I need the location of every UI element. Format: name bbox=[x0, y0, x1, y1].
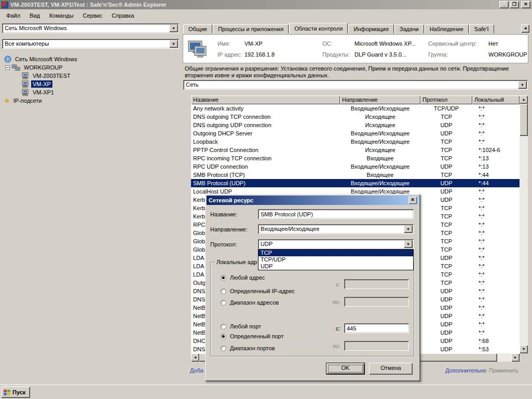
cell-direction: Входящее/Исходящее bbox=[340, 162, 420, 171]
close-button[interactable]: ✕ bbox=[521, 1, 530, 8]
dropdown-option-udp[interactable]: UDP bbox=[258, 263, 413, 270]
add-link[interactable]: Доба bbox=[190, 367, 203, 374]
cell-local: *:* bbox=[472, 137, 520, 146]
radio-button-icon[interactable] bbox=[221, 275, 226, 281]
minimize-button[interactable]: _ bbox=[499, 1, 509, 8]
dialog-direction-label: Направление: bbox=[210, 226, 248, 232]
dialog-direction-combo[interactable]: Входящее/Исходящее ▼ bbox=[258, 224, 414, 234]
scroll-down-icon[interactable]: ▼ bbox=[520, 345, 528, 353]
radio-button-icon[interactable] bbox=[221, 334, 226, 339]
table-row[interactable]: SMB Protocol (TCP) Входящее TCP *:44 bbox=[191, 171, 520, 179]
radio-button-icon[interactable] bbox=[221, 346, 226, 351]
menu-file[interactable]: Файл bbox=[2, 11, 24, 20]
radio-address-range[interactable]: Диапазон адресов bbox=[221, 299, 279, 306]
ok-button[interactable]: OK bbox=[326, 363, 365, 375]
cancel-button[interactable]: Отмена bbox=[369, 363, 413, 375]
protocol-dropdown-list: TCP TCP/UDP UDP bbox=[258, 249, 414, 270]
radio-button-icon[interactable] bbox=[221, 300, 226, 306]
tab-general[interactable]: Общие bbox=[183, 24, 212, 33]
chevron-down-icon[interactable]: ▼ bbox=[169, 24, 178, 32]
menu-help[interactable]: Справка bbox=[107, 11, 138, 20]
dropdown-option-tcp[interactable]: TCP bbox=[258, 250, 413, 256]
radio-label: Любой адрес bbox=[230, 274, 265, 281]
menu-bar: Файл Вид Команды Сервис Справка bbox=[0, 9, 532, 21]
table-row[interactable]: DNS outgoing UDP connection Исходящее UD… bbox=[191, 121, 520, 129]
radio-button-icon[interactable] bbox=[221, 324, 226, 329]
radio-port-range[interactable]: Диапазон портов bbox=[221, 345, 275, 351]
scope-category-combo[interactable]: Сеть ▼ bbox=[183, 80, 528, 90]
menu-commands[interactable]: Команды bbox=[45, 11, 78, 20]
port-from-input[interactable] bbox=[344, 323, 409, 333]
column-header-protocol[interactable]: Протокол bbox=[420, 95, 472, 104]
start-button[interactable]: Пуск bbox=[1, 387, 30, 398]
info-name-label: Имя: bbox=[217, 40, 230, 47]
radio-label: Определенный порт bbox=[230, 333, 283, 339]
tree-item-network-root[interactable]: Сеть Microsoft Windows bbox=[1, 55, 180, 63]
table-row[interactable]: PPTP Control Connection Исходящее TCP *:… bbox=[191, 146, 520, 154]
cell-direction: Входящее bbox=[340, 171, 420, 179]
cell-local: *:* bbox=[472, 295, 520, 304]
table-row[interactable]: SMB Protocol (UDP) Входящее/Исходящее UD… bbox=[191, 179, 520, 187]
cell-protocol: UDP bbox=[420, 345, 472, 353]
dialog-protocol-combo[interactable]: UDP ▼ bbox=[258, 239, 414, 249]
tab-control-areas[interactable]: Области контроля bbox=[289, 23, 348, 33]
dialog-close-icon[interactable]: ✕ bbox=[408, 197, 417, 204]
table-row[interactable]: Any network activity Входящее/Исходящее … bbox=[191, 104, 520, 113]
chevron-down-icon[interactable]: ▼ bbox=[404, 240, 413, 248]
dropdown-option-tcpudp[interactable]: TCP/UDP bbox=[258, 256, 413, 263]
chevron-down-icon[interactable]: ▼ bbox=[169, 40, 178, 48]
cell-local: *:* bbox=[472, 113, 520, 121]
cell-protocol: TCP bbox=[420, 237, 472, 245]
radio-specific-ip[interactable]: Определенный IP-адрес bbox=[221, 288, 295, 294]
table-row[interactable]: RPC incoming TCP connection Входящее TCP… bbox=[191, 154, 520, 162]
network-type-combo[interactable]: Сеть Microsoft Windows ▼ bbox=[2, 23, 179, 33]
tree-label: Сеть Microsoft Windows bbox=[13, 56, 79, 63]
computers-filter-combo[interactable]: Все компьютеры ▼ bbox=[2, 39, 179, 49]
vertical-scrollbar[interactable]: ▲ ▼ bbox=[520, 95, 528, 353]
menu-service[interactable]: Сервис bbox=[79, 11, 107, 20]
column-header-direction[interactable]: Направление bbox=[340, 95, 420, 104]
menu-view[interactable]: Вид bbox=[25, 11, 44, 20]
cell-protocol: UDP bbox=[420, 320, 472, 328]
scroll-up-icon[interactable]: ▲ bbox=[520, 95, 528, 104]
table-row[interactable]: Outgoing DHCP Server Входящее/Исходящее … bbox=[191, 129, 520, 137]
tree-item-vm-xp[interactable]: VM-XP bbox=[1, 80, 180, 88]
cell-local: *:* bbox=[472, 187, 520, 196]
tab-scroll-left-button[interactable]: ◄ bbox=[521, 24, 529, 33]
network-globe-icon bbox=[4, 56, 11, 63]
chevron-down-icon[interactable]: ▼ bbox=[518, 81, 527, 89]
vertical-scroll-thumb[interactable] bbox=[520, 104, 528, 136]
cell-protocol: UDP bbox=[420, 187, 472, 196]
tree-item-vm-xp1[interactable]: VM-XP1 bbox=[1, 88, 180, 97]
table-row[interactable]: DNS outgoing TCP connection Исходящее TC… bbox=[191, 113, 520, 121]
column-header-name[interactable]: Название bbox=[191, 95, 340, 104]
tree-item-ip-subnets[interactable]: ★ IP-подсети bbox=[1, 97, 180, 105]
tree-item-workgroup[interactable]: WORKGROUP bbox=[1, 63, 180, 72]
tab-processes[interactable]: Процессы и приложения bbox=[213, 24, 289, 33]
address-to-label: по: bbox=[333, 299, 340, 305]
tree-item-vm-2003test[interactable]: VM-2003TEST bbox=[1, 72, 180, 80]
tab-safensec[interactable]: Safe'I bbox=[469, 24, 494, 33]
chevron-down-icon[interactable]: ▼ bbox=[404, 225, 413, 233]
apply-link[interactable]: Применить bbox=[489, 367, 519, 374]
table-row[interactable]: Loopback Входящее/Исходящее TCP *:* bbox=[191, 137, 520, 146]
column-header-local[interactable]: Локальный bbox=[472, 95, 520, 104]
cell-local: *:* bbox=[472, 279, 520, 287]
radio-button-icon[interactable] bbox=[221, 288, 226, 294]
dialog-name-input[interactable] bbox=[258, 209, 414, 219]
table-row[interactable]: RPC UDP connection Входящее/Исходящее UD… bbox=[191, 162, 520, 171]
tab-monitoring[interactable]: Наблюдение bbox=[425, 24, 469, 33]
scroll-right-icon[interactable]: ► bbox=[511, 353, 520, 362]
radio-any-port[interactable]: Любой порт bbox=[221, 323, 261, 329]
radio-specific-port[interactable]: Определенный порт bbox=[221, 333, 283, 339]
cell-protocol: UDP bbox=[420, 121, 472, 129]
cell-protocol: TCP bbox=[420, 229, 472, 237]
advanced-link[interactable]: Дополнительно bbox=[445, 367, 486, 374]
cell-local: *:68 bbox=[472, 337, 520, 345]
tab-tasks[interactable]: Задачи bbox=[394, 24, 424, 33]
radio-any-address[interactable]: Любой адрес bbox=[221, 274, 265, 281]
tab-information[interactable]: Информация bbox=[348, 24, 393, 33]
maximize-button[interactable]: ❐ bbox=[510, 1, 519, 8]
collapse-icon[interactable] bbox=[5, 65, 10, 70]
scroll-left-icon[interactable]: ◄ bbox=[191, 353, 199, 362]
